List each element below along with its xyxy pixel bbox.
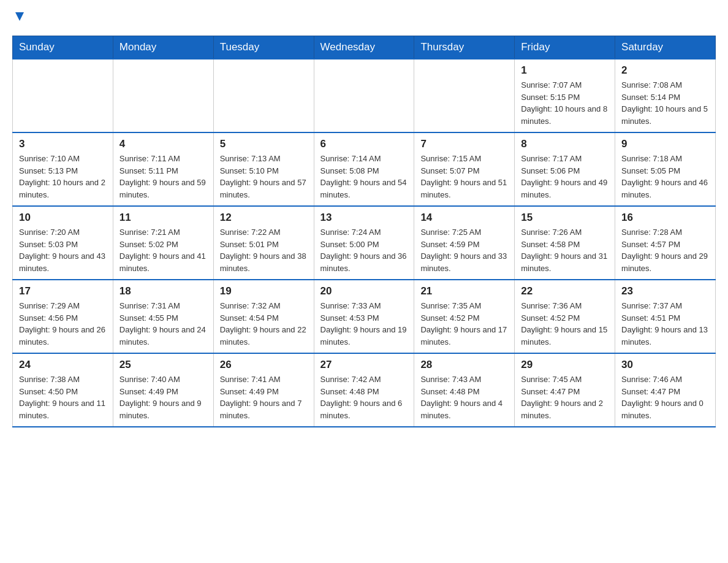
day-info: Sunrise: 7:14 AMSunset: 5:08 PMDaylight:… xyxy=(320,153,408,201)
day-info: Sunrise: 7:15 AMSunset: 5:07 PMDaylight:… xyxy=(420,153,508,201)
calendar-week-row: 10Sunrise: 7:20 AMSunset: 5:03 PMDayligh… xyxy=(13,206,716,280)
day-info: Sunrise: 7:36 AMSunset: 4:52 PMDaylight:… xyxy=(521,300,609,348)
calendar-header-row: Sunday Monday Tuesday Wednesday Thursday… xyxy=(13,36,716,59)
day-number: 12 xyxy=(220,212,308,224)
logo-triangle-icon xyxy=(14,11,25,25)
day-info: Sunrise: 7:20 AMSunset: 5:03 PMDaylight:… xyxy=(19,226,107,274)
day-number: 18 xyxy=(119,285,207,297)
day-info: Sunrise: 7:31 AMSunset: 4:55 PMDaylight:… xyxy=(119,300,207,348)
day-info: Sunrise: 7:21 AMSunset: 5:02 PMDaylight:… xyxy=(119,226,207,274)
day-number: 29 xyxy=(521,359,609,371)
calendar-cell xyxy=(113,59,213,132)
calendar-cell: 11Sunrise: 7:21 AMSunset: 5:02 PMDayligh… xyxy=(113,206,213,280)
day-number: 15 xyxy=(521,212,609,224)
day-info: Sunrise: 7:29 AMSunset: 4:56 PMDaylight:… xyxy=(19,300,107,348)
day-info: Sunrise: 7:37 AMSunset: 4:51 PMDaylight:… xyxy=(621,300,709,348)
calendar-cell: 9Sunrise: 7:18 AMSunset: 5:05 PMDaylight… xyxy=(615,132,716,206)
page-header xyxy=(12,12,716,26)
day-number: 8 xyxy=(521,138,609,150)
day-number: 26 xyxy=(220,359,308,371)
calendar-cell: 21Sunrise: 7:35 AMSunset: 4:52 PMDayligh… xyxy=(414,280,515,353)
calendar-cell: 6Sunrise: 7:14 AMSunset: 5:08 PMDaylight… xyxy=(314,132,414,206)
day-number: 4 xyxy=(119,138,207,150)
day-info: Sunrise: 7:43 AMSunset: 4:48 PMDaylight:… xyxy=(420,373,508,421)
day-number: 5 xyxy=(220,138,308,150)
calendar-week-row: 3Sunrise: 7:10 AMSunset: 5:13 PMDaylight… xyxy=(13,132,716,206)
day-info: Sunrise: 7:10 AMSunset: 5:13 PMDaylight:… xyxy=(19,153,107,201)
day-number: 23 xyxy=(621,285,709,297)
calendar-cell: 20Sunrise: 7:33 AMSunset: 4:53 PMDayligh… xyxy=(314,280,414,353)
day-number: 9 xyxy=(621,138,709,150)
calendar-cell: 22Sunrise: 7:36 AMSunset: 4:52 PMDayligh… xyxy=(515,280,615,353)
day-number: 20 xyxy=(320,285,408,297)
day-number: 21 xyxy=(420,285,508,297)
day-number: 1 xyxy=(521,64,609,77)
day-number: 7 xyxy=(420,138,508,150)
day-number: 17 xyxy=(19,285,107,297)
col-tuesday: Tuesday xyxy=(213,36,314,59)
day-number: 6 xyxy=(320,138,408,150)
calendar-cell: 23Sunrise: 7:37 AMSunset: 4:51 PMDayligh… xyxy=(615,280,716,353)
calendar-cell: 24Sunrise: 7:38 AMSunset: 4:50 PMDayligh… xyxy=(13,353,113,427)
day-number: 22 xyxy=(521,285,609,297)
calendar-cell: 17Sunrise: 7:29 AMSunset: 4:56 PMDayligh… xyxy=(13,280,113,353)
calendar-cell: 12Sunrise: 7:22 AMSunset: 5:01 PMDayligh… xyxy=(213,206,314,280)
day-number: 30 xyxy=(621,359,709,371)
day-number: 14 xyxy=(420,212,508,224)
day-info: Sunrise: 7:22 AMSunset: 5:01 PMDaylight:… xyxy=(220,226,308,274)
calendar-cell: 28Sunrise: 7:43 AMSunset: 4:48 PMDayligh… xyxy=(414,353,515,427)
day-number: 25 xyxy=(119,359,207,371)
day-info: Sunrise: 7:17 AMSunset: 5:06 PMDaylight:… xyxy=(521,153,609,201)
calendar-cell: 13Sunrise: 7:24 AMSunset: 5:00 PMDayligh… xyxy=(314,206,414,280)
day-info: Sunrise: 7:28 AMSunset: 4:57 PMDaylight:… xyxy=(621,226,709,274)
day-info: Sunrise: 7:41 AMSunset: 4:49 PMDaylight:… xyxy=(220,373,308,421)
calendar-cell: 15Sunrise: 7:26 AMSunset: 4:58 PMDayligh… xyxy=(515,206,615,280)
calendar-cell: 30Sunrise: 7:46 AMSunset: 4:47 PMDayligh… xyxy=(615,353,716,427)
day-info: Sunrise: 7:25 AMSunset: 4:59 PMDaylight:… xyxy=(420,226,508,274)
calendar-cell: 4Sunrise: 7:11 AMSunset: 5:11 PMDaylight… xyxy=(113,132,213,206)
calendar-cell: 8Sunrise: 7:17 AMSunset: 5:06 PMDaylight… xyxy=(515,132,615,206)
calendar-cell: 7Sunrise: 7:15 AMSunset: 5:07 PMDaylight… xyxy=(414,132,515,206)
day-number: 16 xyxy=(621,212,709,224)
calendar-cell xyxy=(213,59,314,132)
col-saturday: Saturday xyxy=(615,36,716,59)
calendar-cell: 19Sunrise: 7:32 AMSunset: 4:54 PMDayligh… xyxy=(213,280,314,353)
col-wednesday: Wednesday xyxy=(314,36,414,59)
day-info: Sunrise: 7:13 AMSunset: 5:10 PMDaylight:… xyxy=(220,153,308,201)
calendar-week-row: 17Sunrise: 7:29 AMSunset: 4:56 PMDayligh… xyxy=(13,280,716,353)
day-number: 13 xyxy=(320,212,408,224)
day-info: Sunrise: 7:08 AMSunset: 5:14 PMDaylight:… xyxy=(621,79,709,127)
calendar-cell: 10Sunrise: 7:20 AMSunset: 5:03 PMDayligh… xyxy=(13,206,113,280)
calendar-cell: 27Sunrise: 7:42 AMSunset: 4:48 PMDayligh… xyxy=(314,353,414,427)
day-info: Sunrise: 7:46 AMSunset: 4:47 PMDaylight:… xyxy=(621,373,709,421)
calendar-table: Sunday Monday Tuesday Wednesday Thursday… xyxy=(12,36,716,427)
calendar-cell xyxy=(314,59,414,132)
calendar-cell: 1Sunrise: 7:07 AMSunset: 5:15 PMDaylight… xyxy=(515,59,615,132)
calendar-cell: 2Sunrise: 7:08 AMSunset: 5:14 PMDaylight… xyxy=(615,59,716,132)
calendar-cell: 18Sunrise: 7:31 AMSunset: 4:55 PMDayligh… xyxy=(113,280,213,353)
col-sunday: Sunday xyxy=(13,36,113,59)
day-info: Sunrise: 7:07 AMSunset: 5:15 PMDaylight:… xyxy=(521,79,609,127)
day-info: Sunrise: 7:38 AMSunset: 4:50 PMDaylight:… xyxy=(19,373,107,421)
day-info: Sunrise: 7:24 AMSunset: 5:00 PMDaylight:… xyxy=(320,226,408,274)
day-info: Sunrise: 7:35 AMSunset: 4:52 PMDaylight:… xyxy=(420,300,508,348)
col-thursday: Thursday xyxy=(414,36,515,59)
day-info: Sunrise: 7:32 AMSunset: 4:54 PMDaylight:… xyxy=(220,300,308,348)
calendar-cell: 14Sunrise: 7:25 AMSunset: 4:59 PMDayligh… xyxy=(414,206,515,280)
calendar-cell xyxy=(13,59,113,132)
calendar-week-row: 24Sunrise: 7:38 AMSunset: 4:50 PMDayligh… xyxy=(13,353,716,427)
day-info: Sunrise: 7:11 AMSunset: 5:11 PMDaylight:… xyxy=(119,153,207,201)
day-info: Sunrise: 7:42 AMSunset: 4:48 PMDaylight:… xyxy=(320,373,408,421)
day-info: Sunrise: 7:26 AMSunset: 4:58 PMDaylight:… xyxy=(521,226,609,274)
logo xyxy=(12,12,25,26)
day-number: 3 xyxy=(19,138,107,150)
day-number: 28 xyxy=(420,359,508,371)
day-info: Sunrise: 7:45 AMSunset: 4:47 PMDaylight:… xyxy=(521,373,609,421)
calendar-cell: 29Sunrise: 7:45 AMSunset: 4:47 PMDayligh… xyxy=(515,353,615,427)
calendar-week-row: 1Sunrise: 7:07 AMSunset: 5:15 PMDaylight… xyxy=(13,59,716,132)
day-info: Sunrise: 7:18 AMSunset: 5:05 PMDaylight:… xyxy=(621,153,709,201)
day-info: Sunrise: 7:33 AMSunset: 4:53 PMDaylight:… xyxy=(320,300,408,348)
calendar-cell: 25Sunrise: 7:40 AMSunset: 4:49 PMDayligh… xyxy=(113,353,213,427)
svg-marker-0 xyxy=(15,12,24,21)
day-number: 11 xyxy=(119,212,207,224)
